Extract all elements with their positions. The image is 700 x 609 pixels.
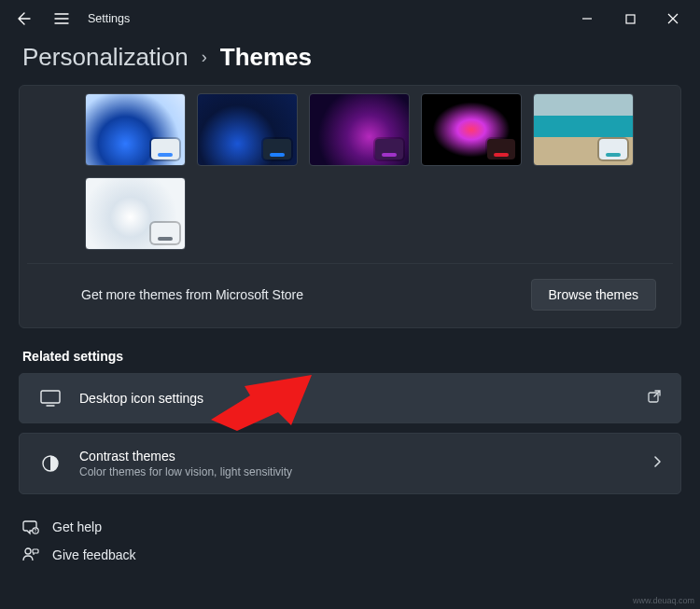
open-external-icon xyxy=(647,389,662,408)
watermark: www.deuaq.com xyxy=(633,596,694,605)
svg-rect-7 xyxy=(33,549,38,553)
footer-links: ? Get help Give feedback xyxy=(0,504,700,569)
contrast-themes-row[interactable]: Contrast themes Color themes for low vis… xyxy=(19,433,681,494)
feedback-icon xyxy=(22,547,39,563)
close-button[interactable] xyxy=(651,2,694,35)
store-text: Get more themes from Microsoft Store xyxy=(81,287,303,302)
setting-title: Contrast themes xyxy=(79,449,636,464)
breadcrumb-parent[interactable]: Personalization xyxy=(22,43,189,72)
setting-subtitle: Color themes for low vision, light sensi… xyxy=(79,465,636,478)
breadcrumb-current: Themes xyxy=(220,43,312,72)
themes-card: Get more themes from Microsoft Store Bro… xyxy=(19,85,681,328)
help-icon: ? xyxy=(22,519,39,535)
back-arrow-icon xyxy=(17,11,32,26)
theme-thumb[interactable] xyxy=(197,93,298,166)
svg-rect-1 xyxy=(41,391,60,403)
close-icon xyxy=(667,13,679,24)
theme-grid xyxy=(27,91,673,257)
give-feedback-link[interactable]: Give feedback xyxy=(22,541,678,569)
chevron-right-icon xyxy=(652,455,662,472)
related-settings-heading: Related settings xyxy=(0,349,700,373)
setting-title: Desktop icon settings xyxy=(79,391,630,406)
desktop-icon-settings-row[interactable]: Desktop icon settings xyxy=(19,373,681,423)
chevron-right-icon: › xyxy=(202,48,207,67)
minimize-button[interactable] xyxy=(566,2,609,35)
maximize-button[interactable] xyxy=(609,2,651,35)
svg-rect-0 xyxy=(626,15,635,23)
store-row: Get more themes from Microsoft Store Bro… xyxy=(27,263,673,327)
theme-thumb[interactable] xyxy=(85,93,186,166)
footer-link-label: Give feedback xyxy=(52,547,136,562)
svg-text:?: ? xyxy=(35,528,37,533)
theme-thumb[interactable] xyxy=(533,93,634,166)
minimize-icon xyxy=(581,13,593,24)
nav-menu-button[interactable] xyxy=(43,2,80,35)
monitor-icon xyxy=(38,390,63,407)
browse-themes-button[interactable]: Browse themes xyxy=(531,279,656,311)
breadcrumb: Personalization › Themes xyxy=(0,37,700,85)
get-help-link[interactable]: ? Get help xyxy=(22,513,678,541)
maximize-icon xyxy=(625,14,636,24)
footer-link-label: Get help xyxy=(52,519,102,534)
hamburger-icon xyxy=(54,12,69,25)
theme-thumb[interactable] xyxy=(309,93,410,166)
theme-thumb[interactable] xyxy=(421,93,522,166)
svg-point-6 xyxy=(25,548,31,554)
back-button[interactable] xyxy=(6,2,43,35)
window-title: Settings xyxy=(88,12,130,25)
theme-thumb[interactable] xyxy=(85,177,186,250)
titlebar: Settings xyxy=(0,0,700,37)
contrast-icon xyxy=(38,454,63,473)
